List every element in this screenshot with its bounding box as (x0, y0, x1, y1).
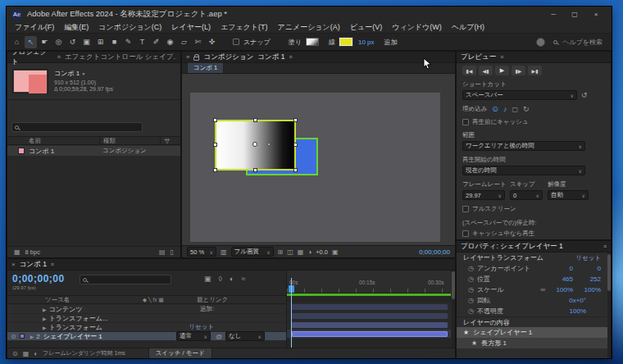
reset-button[interactable]: リセット (575, 254, 601, 262)
parent-dropdown[interactable]: なし (225, 331, 265, 341)
zoom-level-dropdown[interactable]: 50 % (187, 247, 216, 257)
shape-rectangle-gradient-selected[interactable] (215, 120, 296, 171)
rotate-tool-icon[interactable]: ↺ (66, 36, 79, 48)
selection-handle[interactable] (293, 118, 298, 122)
selection-handle[interactable] (213, 168, 217, 172)
pan-behind-tool-icon[interactable]: ⊞ (94, 36, 107, 48)
graph-editor-icon[interactable]: ≈ (241, 275, 245, 283)
selection-handle[interactable] (253, 168, 257, 172)
camera-tool-icon[interactable]: ▣ (80, 36, 93, 48)
ruler-icon[interactable]: ▥ (221, 248, 227, 256)
puppet-pin-tool-icon[interactable]: ✜ (206, 36, 218, 48)
menu-edit[interactable]: 編集(E) (59, 22, 93, 33)
properties-scrollbar[interactable] (607, 253, 611, 358)
property-value-y[interactable]: 100% (573, 286, 601, 293)
channel-icon[interactable]: ▦ (298, 248, 304, 256)
clone-stamp-tool-icon[interactable]: ◉ (164, 36, 176, 48)
timeline-scrollbar[interactable] (452, 271, 455, 348)
timeline-tab-comp1[interactable]: コンポ 1 (20, 260, 47, 270)
exposure-icon[interactable]: ◑ (307, 248, 312, 256)
selection-tool-icon[interactable]: ↖ (25, 36, 37, 48)
previous-frame-button[interactable]: ◀▮ (479, 66, 493, 75)
menu-animation[interactable]: アニメーション(A) (273, 22, 345, 33)
menu-effect[interactable]: エフェクト(T) (216, 22, 273, 33)
menu-layer[interactable]: レイヤー(L) (166, 22, 216, 33)
account-icon[interactable] (536, 38, 545, 47)
tab-properties[interactable]: プロパティ: シェイプレイヤー 1 (461, 242, 563, 252)
panel-menu-icon[interactable]: ≡ (500, 54, 503, 60)
composition-mini-flowchart-icon[interactable]: ▣ (204, 275, 211, 283)
tab-project[interactable]: プロジェクト (11, 52, 53, 67)
column-name[interactable]: 名前 (7, 137, 99, 145)
stopwatch-icon[interactable]: ◷ (468, 286, 474, 293)
motion-blur-toggle-icon[interactable]: ◐ (34, 350, 38, 357)
layer-color-chip[interactable] (20, 334, 25, 339)
selection-handle[interactable] (213, 118, 217, 122)
pen-tool-icon[interactable]: ✎ (122, 36, 134, 48)
fill-color-swatch[interactable] (306, 38, 319, 46)
menu-view[interactable]: ビュー(V) (345, 22, 387, 33)
render-time-toggle-icon[interactable]: ⊙ (12, 350, 18, 357)
property-value-x[interactable]: 0 (545, 265, 573, 272)
menu-help[interactable]: ヘルプ(H) (447, 22, 489, 33)
column-type[interactable]: 種類 (99, 137, 160, 145)
property-value-y[interactable]: 252 (573, 275, 601, 283)
last-frame-button[interactable]: ▶▮ (528, 66, 542, 75)
draft-3d-icon[interactable]: ◊ (219, 275, 222, 283)
stopwatch-icon[interactable]: ◷ (468, 297, 474, 304)
fullscreen-checkbox[interactable] (462, 206, 469, 212)
play-from-dropdown[interactable]: 現在の時間 (462, 166, 585, 175)
transform-section-header[interactable]: レイヤートランスフォーム リセット (457, 253, 607, 263)
roto-brush-tool-icon[interactable]: ✄ (192, 36, 204, 48)
property-value[interactable]: 0x+0° (545, 297, 586, 304)
blend-mode-dropdown[interactable]: 通常 (176, 331, 211, 341)
snap-checkbox[interactable] (233, 39, 239, 45)
snapshot-icon[interactable]: ▣ (332, 248, 339, 256)
parent-pickwhip-icon[interactable]: @ (216, 333, 222, 340)
shortcut-dropdown[interactable]: スペースバー (462, 90, 577, 100)
framerate-dropdown[interactable]: 29.97 (462, 190, 505, 200)
timeline-timecode[interactable]: 0;00;00;00 (12, 273, 65, 284)
range-dropdown[interactable]: ワークエリアと後の時間 (462, 141, 585, 151)
reset-shortcut-icon[interactable]: ↺ (581, 91, 588, 99)
column-size[interactable]: サ (160, 137, 171, 145)
video-preview-icon[interactable]: ⊙ (492, 105, 498, 113)
project-search-input[interactable] (11, 122, 143, 132)
stopwatch-icon[interactable]: ◷ (468, 275, 474, 283)
new-folder-icon[interactable]: ▤ (159, 248, 166, 256)
property-value[interactable]: 100% (545, 307, 586, 315)
audio-icon[interactable]: ♪ (503, 105, 507, 113)
zoom-tool-icon[interactable]: ◎ (52, 36, 65, 48)
stroke-color-swatch[interactable] (339, 38, 352, 46)
motion-blur-icon[interactable]: ◐ (230, 275, 234, 283)
current-time-display[interactable]: 0;00;00;00 (29.97 fps) (12, 273, 65, 290)
property-value-x[interactable]: 465 (545, 275, 573, 283)
property-value-y[interactable]: 0 (573, 265, 601, 272)
selection-handle[interactable] (293, 143, 298, 147)
contents-section-header[interactable]: レイヤーの内容 (457, 316, 607, 327)
composition-viewer[interactable] (182, 74, 455, 245)
viewer-tab-comp1[interactable]: コンポ 1 (187, 62, 224, 73)
composition-tab-name[interactable]: コンポ 1 (257, 52, 284, 62)
layer-duration-bar[interactable] (292, 331, 448, 337)
gradient-control-handle[interactable] (267, 143, 271, 146)
brush-tool-icon[interactable]: ✐ (150, 36, 162, 48)
help-search-icon[interactable] (553, 40, 557, 44)
timeline-graph[interactable]: 00s 00:15s 00:30s (286, 271, 451, 348)
content-item-rectangle[interactable]: ★ 長方形 1 (457, 338, 607, 348)
shape-tool-icon[interactable]: ■ (108, 36, 121, 48)
resolution-dropdown[interactable]: 自動 (548, 190, 589, 200)
delete-icon[interactable]: ▯ (171, 248, 174, 256)
stopwatch-icon[interactable]: ◷ (468, 307, 474, 315)
switches-modes-button[interactable]: スイッチ / モード (148, 348, 212, 358)
timeline-row-contents[interactable]: ▶ コンテンツ 追加: (7, 305, 286, 314)
column-source-name[interactable]: ソース名 (7, 296, 143, 304)
timeline-row-shape-layer-selected[interactable]: ⊙ ▶ 2 シェイプレイヤー 1 通常 @ なし (7, 332, 286, 341)
tab-preview[interactable]: プレビュー (461, 52, 496, 62)
bpc-label[interactable]: 8 bpc (25, 248, 40, 256)
skip-dropdown[interactable]: 0 (510, 190, 543, 200)
timeline-ruler[interactable]: 00s 00:15s 00:30s (287, 271, 451, 293)
lock-icon[interactable] (193, 57, 199, 61)
text-tool-icon[interactable]: T (136, 36, 148, 48)
project-row-comp1[interactable]: コンポ 1 コンポジション (7, 146, 180, 156)
